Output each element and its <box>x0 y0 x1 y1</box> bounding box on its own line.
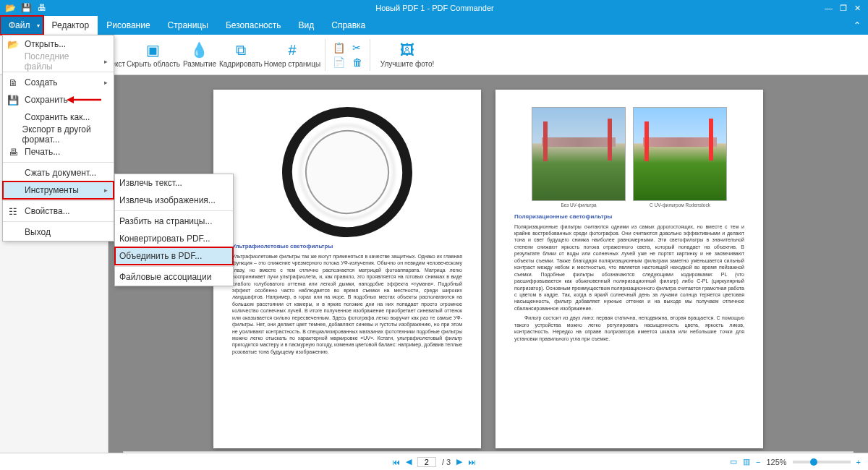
print-icon: 🖶 <box>7 147 19 158</box>
annotation-arrow <box>67 95 103 105</box>
props-icon: ☷ <box>7 206 19 217</box>
two-page-icon[interactable]: ▥ <box>743 457 750 466</box>
zoom-value: 125% <box>766 458 786 466</box>
single-page-icon[interactable]: ▭ <box>730 457 737 466</box>
crop-button[interactable]: ⧉Кадрировать <box>219 36 263 74</box>
paste-icon[interactable]: 📄 <box>333 56 345 68</box>
page-navigator: ⏮ ◀ / 3 ▶ ⏭ <box>392 457 476 467</box>
chevron-right-icon: ▸ <box>104 79 108 86</box>
delete-icon[interactable]: 🗑 <box>352 56 362 68</box>
cut-icon[interactable]: ✂ <box>352 42 362 54</box>
minimize-icon[interactable]: — <box>825 4 833 13</box>
page-input[interactable] <box>417 457 436 467</box>
new-icon: 🗎 <box>7 77 19 88</box>
close-icon[interactable]: ✕ <box>854 4 861 13</box>
photo-with-filter <box>633 107 727 201</box>
last-page-icon[interactable]: ⏭ <box>468 458 476 466</box>
zoom-in-icon[interactable]: + <box>856 458 861 466</box>
hide-icon: ▣ <box>146 41 160 59</box>
statusbar: ⏮ ◀ / 3 ▶ ⏭ ▭ ▥ − 125% + <box>0 453 868 470</box>
tab-security[interactable]: Безопасность <box>217 16 290 35</box>
file-dropdown: 📂Открыть... Последние файлы▸ 🗎Создать▸ 💾… <box>2 35 114 242</box>
toolbar: ↶ ↷ TᴛТекст ▦Выделить текст ▣Скрыть обла… <box>0 35 868 75</box>
menu-recent: Последние файлы▸ <box>3 53 114 70</box>
page-left: Ультрафиолетовые светофильтры Ультрафиол… <box>213 90 481 448</box>
menu-open[interactable]: 📂Открыть... <box>3 35 114 53</box>
menu-compress[interactable]: Сжать документ... <box>3 164 114 181</box>
submenu-split[interactable]: Разбить на страницы... <box>115 213 233 230</box>
lens-illustration <box>282 107 412 237</box>
print-icon[interactable]: 🖶 <box>36 2 48 14</box>
submenu-convert[interactable]: Конвертировать PDF... <box>115 230 233 247</box>
blur-icon: 💧 <box>190 41 208 59</box>
tab-editor[interactable]: Редактор <box>43 16 98 35</box>
tab-drawing[interactable]: Рисование <box>98 16 158 35</box>
heading-polar: Поляризационные светофильтры <box>514 213 744 221</box>
menu-props[interactable]: ☷Свойства... <box>3 202 114 220</box>
tab-help[interactable]: Справка <box>323 16 374 35</box>
enhance-button[interactable]: 🖼Улучшите фото! <box>375 36 440 74</box>
menu-save[interactable]: 💾Сохранить <box>3 91 114 108</box>
zoom-slider[interactable] <box>793 461 851 463</box>
pagenum-button[interactable]: #Номер страницы <box>264 36 320 74</box>
hash-icon: # <box>288 42 296 59</box>
menu-create[interactable]: 🗎Создать▸ <box>3 74 114 91</box>
first-page-icon[interactable]: ⏮ <box>392 458 400 466</box>
folder-icon: 📂 <box>7 39 19 50</box>
page-right: Без UV-фильтра С UV-фильтром Rodenstock … <box>495 90 763 448</box>
menu-saveas[interactable]: Сохранить как... <box>3 108 114 126</box>
prev-page-icon[interactable]: ◀ <box>406 457 412 466</box>
menu-export[interactable]: Экспорт в другой формат... <box>3 126 114 143</box>
menu-tools[interactable]: Инструменты▸ <box>3 181 114 199</box>
chevron-right-icon: ▸ <box>104 187 108 194</box>
save-icon: 💾 <box>7 95 19 106</box>
hide-button[interactable]: ▣Скрыть область <box>127 36 180 74</box>
tools-submenu: Извлечь текст... Извлечь изображения... … <box>114 174 234 286</box>
submenu-assoc[interactable]: Файловые ассоциации <box>115 268 233 286</box>
window-title: Новый PDF 1 - PDF Commander <box>52 4 817 12</box>
image-icon: 🖼 <box>400 42 414 59</box>
maximize-icon[interactable]: ❐ <box>840 4 847 13</box>
next-page-icon[interactable]: ▶ <box>456 457 462 466</box>
open-icon[interactable]: 📂 <box>4 2 16 14</box>
heading-uv: Ультрафиолетовые светофильтры <box>232 243 462 251</box>
menu-exit[interactable]: Выход <box>3 223 114 241</box>
titlebar: 📂 💾 🖶 Новый PDF 1 - PDF Commander — ❐ ✕ <box>0 0 868 16</box>
zoom-out-icon[interactable]: − <box>756 458 760 466</box>
submenu-extract-img[interactable]: Извлечь изображения... <box>115 192 233 209</box>
collapse-ribbon-icon[interactable]: ⌃ <box>846 16 868 35</box>
menu-print[interactable]: 🖶Печать... <box>3 143 114 161</box>
menubar: Файл Редактор Рисование Страницы Безопас… <box>0 16 868 35</box>
tab-view[interactable]: Вид <box>290 16 323 35</box>
blur-button[interactable]: 💧Размытие <box>182 36 218 74</box>
tab-file[interactable]: Файл <box>0 16 43 35</box>
chevron-right-icon: ▸ <box>104 58 108 65</box>
save-icon[interactable]: 💾 <box>20 2 32 14</box>
photo-no-filter <box>532 107 626 201</box>
crop-icon: ⧉ <box>236 42 246 59</box>
submenu-merge[interactable]: Объединить в PDF... <box>115 247 233 265</box>
tab-pages[interactable]: Страницы <box>159 16 217 35</box>
submenu-extract-text[interactable]: Извлечь текст... <box>115 174 233 192</box>
copy-icon[interactable]: 📋 <box>333 42 345 54</box>
